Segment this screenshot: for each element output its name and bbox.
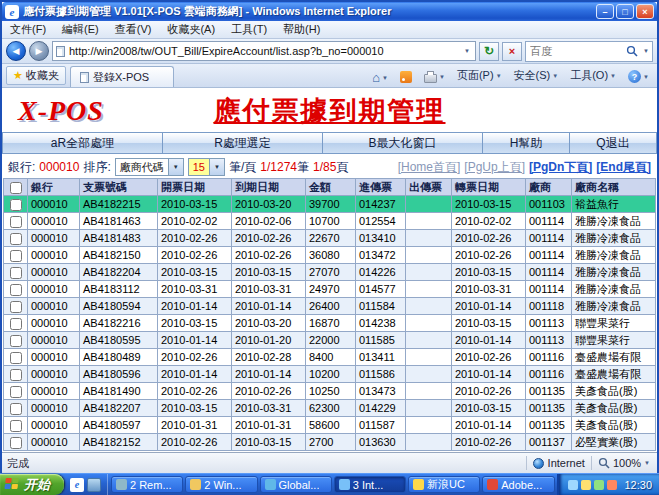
page-size-select[interactable]: 15 ▼ xyxy=(188,158,225,176)
col-header-vendor-name[interactable]: 廠商名稱 xyxy=(572,179,656,196)
row-checkbox[interactable] xyxy=(10,216,22,228)
menu-item-help[interactable]: 帮助(H) xyxy=(275,20,328,39)
taskbar-button-icon xyxy=(413,479,424,490)
row-checkbox[interactable] xyxy=(10,369,22,381)
row-checkbox[interactable] xyxy=(10,301,22,313)
search-icon[interactable] xyxy=(624,45,640,57)
menu-item-view[interactable]: 查看(V) xyxy=(107,20,160,39)
maximize-window-button[interactable]: B最大化窗口 xyxy=(323,132,483,154)
menu-item-tools[interactable]: 工具(T) xyxy=(223,20,275,39)
start-button[interactable]: 开始 xyxy=(0,474,64,495)
taskbar-button[interactable]: 2 Win... xyxy=(185,476,257,493)
table-row[interactable]: 000010AB41805942010-01-142010-01-1426400… xyxy=(4,298,656,315)
table-cell: 2010-02-26 xyxy=(452,247,526,264)
taskbar-button[interactable]: 2 Rem... xyxy=(111,476,183,493)
process-selected-button[interactable]: R處理選定 xyxy=(163,132,323,154)
table-row[interactable]: 000010AB41814902010-02-262010-02-2610250… xyxy=(4,383,656,400)
quit-button[interactable]: Q退出 xyxy=(570,132,657,154)
table-row[interactable]: 000010AB41822162010-03-152010-03-2016870… xyxy=(4,315,656,332)
col-header-issue-date[interactable]: 開票日期 xyxy=(158,179,232,196)
row-checkbox[interactable] xyxy=(10,420,22,432)
table-row[interactable]: 000010AB41814832010-02-262010-02-2622670… xyxy=(4,230,656,247)
safety-menu[interactable]: 安全(S) ▼ xyxy=(510,66,563,85)
row-checkbox[interactable] xyxy=(10,403,22,415)
row-checkbox[interactable] xyxy=(10,284,22,296)
table-row[interactable]: 000010AB41805952010-01-142010-01-2022000… xyxy=(4,332,656,349)
table-cell: 001135 xyxy=(526,417,572,434)
col-header-in-voucher[interactable]: 進傳票 xyxy=(356,179,406,196)
quick-launch-ie-icon[interactable]: e xyxy=(70,478,84,492)
nav-pgdn-link[interactable]: [PgDn下頁] xyxy=(529,159,592,176)
taskbar-button[interactable]: 3 Int... xyxy=(334,476,406,493)
nav-home-link[interactable]: [Home首頁] xyxy=(398,159,461,176)
address-dropdown-icon[interactable]: ▼ xyxy=(461,48,473,54)
sort-select[interactable]: 廠商代碼 ▼ xyxy=(115,158,184,176)
refresh-button[interactable]: ↻ xyxy=(479,42,499,61)
col-header-vendor[interactable]: 廠商 xyxy=(526,179,572,196)
nav-end-link[interactable]: [End尾頁] xyxy=(596,159,651,176)
col-header-check-no[interactable]: 支票號碼 xyxy=(80,179,158,196)
taskbar-button[interactable]: Adobe... xyxy=(482,476,554,493)
table-row[interactable]: 000010AB41805972010-01-312010-01-3158600… xyxy=(4,417,656,434)
print-button[interactable]: ▼ xyxy=(420,69,449,85)
table-row[interactable]: 000010AB41822152010-03-152010-03-2039700… xyxy=(4,196,656,213)
tab-xpos-login[interactable]: 登錄X-POS xyxy=(70,66,174,87)
process-all-button[interactable]: aR全部處理 xyxy=(2,132,163,154)
search-box[interactable]: ▼ xyxy=(525,41,653,62)
antivirus-icon[interactable] xyxy=(594,480,604,490)
table-row[interactable]: 000010AB41821522010-02-262010-03-1527000… xyxy=(4,434,656,451)
forward-button[interactable]: ▶ xyxy=(29,41,49,61)
row-checkbox[interactable] xyxy=(10,437,22,449)
menu-item-file[interactable]: 文件(F) xyxy=(2,20,54,39)
table-row[interactable]: 000010AB41831122010-03-312010-03-3124970… xyxy=(4,281,656,298)
close-button[interactable]: × xyxy=(636,4,654,19)
url-input[interactable] xyxy=(65,45,461,57)
search-input[interactable] xyxy=(526,45,624,57)
menu-item-favorites[interactable]: 收藏夹(A) xyxy=(159,20,223,39)
col-header-bank[interactable]: 銀行 xyxy=(28,179,80,196)
row-checkbox[interactable] xyxy=(10,318,22,330)
table-row[interactable]: 000010AB41805962010-01-142010-01-1410200… xyxy=(4,366,656,383)
table-cell xyxy=(406,315,452,332)
col-header-due-date[interactable]: 到期日期 xyxy=(232,179,306,196)
home-button[interactable]: ⌂ ▼ xyxy=(368,70,392,85)
minimize-button[interactable]: – xyxy=(596,4,614,19)
clock[interactable]: 12:30 xyxy=(624,479,652,491)
quick-launch-desktop-icon[interactable] xyxy=(87,478,101,492)
maximize-button[interactable]: □ xyxy=(616,4,634,19)
select-all-checkbox[interactable] xyxy=(10,182,22,194)
table-row[interactable]: 000010AB41821502010-02-262010-02-2636080… xyxy=(4,247,656,264)
col-header-transfer-date[interactable]: 轉票日期 xyxy=(452,179,526,196)
col-header-amount[interactable]: 金額 xyxy=(306,179,356,196)
app-help-button[interactable]: H幫助 xyxy=(483,132,570,154)
row-checkbox[interactable] xyxy=(10,267,22,279)
help-menu[interactable]: ? ▼ xyxy=(624,68,653,85)
table-row[interactable]: 000010AB41804892010-02-262010-02-2884000… xyxy=(4,349,656,366)
row-checkbox[interactable] xyxy=(10,386,22,398)
menu-item-edit[interactable]: 編輯(E) xyxy=(54,20,107,39)
back-button[interactable]: ◀ xyxy=(6,41,26,61)
row-checkbox[interactable] xyxy=(10,233,22,245)
network-icon[interactable] xyxy=(568,480,578,490)
row-checkbox[interactable] xyxy=(10,352,22,364)
search-dropdown-icon[interactable]: ▼ xyxy=(640,48,652,54)
table-row[interactable]: 000010AB41822042010-03-152010-03-1527070… xyxy=(4,264,656,281)
favorites-button[interactable]: ★ 收藏夹 xyxy=(6,66,66,85)
col-header-out-voucher[interactable]: 出傳票 xyxy=(406,179,452,196)
row-checkbox[interactable] xyxy=(10,335,22,347)
stop-button[interactable]: × xyxy=(502,42,522,61)
feeds-button[interactable] xyxy=(396,69,416,85)
zoom-control[interactable]: 100% ▼ xyxy=(598,457,652,469)
table-row[interactable]: 000010AB41814632010-02-022010-02-0610700… xyxy=(4,213,656,230)
tools-menu[interactable]: 工具(O) ▼ xyxy=(566,66,620,85)
messenger-icon[interactable] xyxy=(607,480,617,490)
taskbar-button[interactable]: Global... xyxy=(260,476,332,493)
row-checkbox[interactable] xyxy=(10,199,22,211)
row-checkbox[interactable] xyxy=(10,250,22,262)
taskbar-button[interactable]: 新浪UC xyxy=(408,476,480,493)
nav-pgup-link[interactable]: [PgUp上頁] xyxy=(464,159,525,176)
address-field[interactable]: ▼ xyxy=(52,41,476,61)
table-row[interactable]: 000010AB41822072010-03-152010-03-3162300… xyxy=(4,400,656,417)
page-menu[interactable]: 页面(P) ▼ xyxy=(453,66,506,85)
volume-icon[interactable] xyxy=(581,480,591,490)
